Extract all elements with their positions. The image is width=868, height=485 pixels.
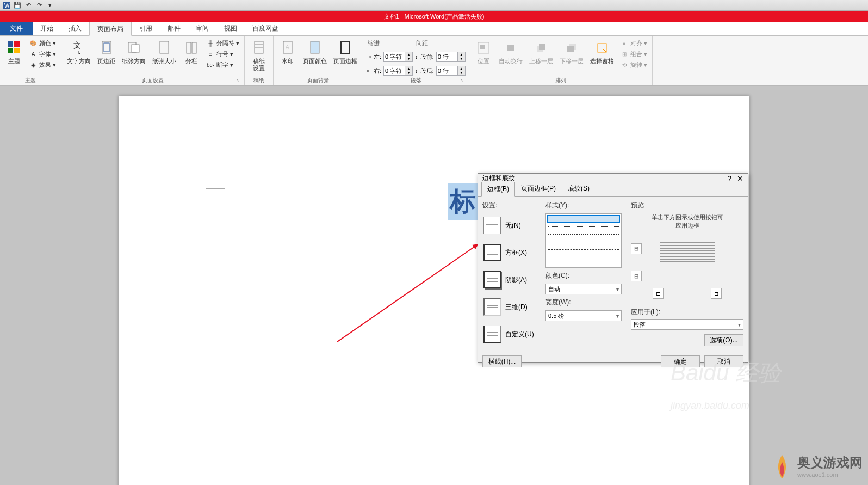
preview-paragraph[interactable] <box>660 241 715 284</box>
watermark-button[interactable]: A水印 <box>277 38 299 66</box>
line-style-dashdot[interactable] <box>547 253 620 261</box>
space-before-input[interactable]: 0 行▲▼ <box>436 52 466 62</box>
theme-colors-button[interactable]: 🎨颜色 ▾ <box>27 38 58 48</box>
space-after-input[interactable]: 0 行▲▼ <box>436 66 466 76</box>
line-style-dotted1[interactable] <box>547 223 620 230</box>
tab-insert[interactable]: 插入 <box>61 22 89 35</box>
wrap-text-button[interactable]: 自动换行 <box>497 38 525 66</box>
qat-customize-icon[interactable]: ▾ <box>46 1 54 10</box>
spin-up[interactable]: ▲ <box>405 52 412 57</box>
paragraph-launcher[interactable]: ⤡ <box>459 78 466 84</box>
setting-shadow[interactable]: 阴影(A) <box>482 268 542 292</box>
spin-up[interactable]: ▲ <box>457 52 465 57</box>
indent-label: 缩进 <box>367 39 413 47</box>
tab-references[interactable]: 引用 <box>132 22 160 35</box>
custom-icon <box>483 326 501 343</box>
page-borders-icon <box>337 39 354 57</box>
margins-icon <box>98 39 115 57</box>
width-combo[interactable]: 0.5 磅 <box>545 310 622 321</box>
columns-button[interactable]: 分栏 <box>181 38 202 66</box>
tab-review[interactable]: 审阅 <box>188 22 216 35</box>
send-backward-button[interactable]: 下移一层 <box>557 38 586 66</box>
setting-custom[interactable]: 自定义(U) <box>482 322 542 346</box>
indent-left-input[interactable]: 0 字符▲▼ <box>383 52 413 62</box>
orientation-button[interactable]: 纸张方向 <box>120 38 148 66</box>
spacing-label: 间距 <box>415 39 466 47</box>
group-manuscript: 稿纸 设置 稿纸 <box>245 36 274 85</box>
tab-mailings[interactable]: 邮件 <box>160 22 188 35</box>
group-paragraph: 缩进 ⇥左:0 字符▲▼ ⇤右:0 字符▲▼ 间距 ↕段前:0 行▲▼ ↕段后:… <box>363 36 469 85</box>
tab-home[interactable]: 开始 <box>33 22 61 35</box>
redo-icon[interactable]: ↷ <box>35 1 44 10</box>
dialog-tab-page-border[interactable]: 页面边框(P) <box>515 181 562 196</box>
spin-down[interactable]: ▼ <box>457 57 465 61</box>
hyphenation-button[interactable]: bc-断字 ▾ <box>204 60 241 70</box>
help-icon[interactable]: ? <box>727 174 731 183</box>
save-icon[interactable]: 💾 <box>13 1 22 10</box>
border-bottom-toggle[interactable]: ⊟ <box>631 271 642 281</box>
border-top-toggle[interactable]: ⊟ <box>631 243 642 254</box>
spin-down[interactable]: ▼ <box>405 71 412 75</box>
color-combo[interactable]: 自动 <box>545 284 622 294</box>
backward-icon <box>563 39 580 57</box>
theme-fonts-button[interactable]: A字体 ▾ <box>27 49 58 59</box>
tab-baidu[interactable]: 百度网盘 <box>245 22 286 35</box>
dialog-tab-shading[interactable]: 底纹(S) <box>562 181 596 196</box>
setting-box[interactable]: 方框(X) <box>482 241 542 265</box>
apply-to-combo[interactable]: 段落 <box>631 319 743 330</box>
spin-down[interactable]: ▼ <box>405 57 412 61</box>
page-color-button[interactable]: 页面颜色 <box>301 38 329 66</box>
line-style-solid[interactable] <box>547 215 620 223</box>
line-style-dashed1[interactable] <box>547 238 620 245</box>
spin-down[interactable]: ▼ <box>457 71 465 75</box>
rotate-button[interactable]: ⟲旋转 ▾ <box>618 60 649 70</box>
position-button[interactable]: 位置 <box>473 38 494 66</box>
spin-up[interactable]: ▲ <box>457 66 465 71</box>
text-direction-button[interactable]: 文文字方向 <box>65 38 93 66</box>
tab-view[interactable]: 视图 <box>216 22 245 35</box>
border-right-toggle[interactable]: ⊐ <box>711 288 722 299</box>
line-numbers-button[interactable]: ≡行号 ▾ <box>204 49 241 59</box>
horizontal-line-button[interactable]: 横线(H)... <box>482 355 522 367</box>
breaks-button[interactable]: ╫分隔符 ▾ <box>204 38 241 48</box>
group-page-setup: 文文字方向 页边距 纸张方向 纸张大小 分栏 ╫分隔符 ▾ ≡行号 ▾ bc-断… <box>61 36 245 85</box>
spin-up[interactable]: ▲ <box>405 66 412 71</box>
margins-button[interactable]: 页边距 <box>95 38 117 66</box>
manuscript-settings-button[interactable]: 稿纸 设置 <box>248 38 270 73</box>
page-setup-launcher[interactable]: ⤡ <box>234 78 241 84</box>
selected-text[interactable]: 标 <box>448 183 478 220</box>
bring-forward-button[interactable]: 上移一层 <box>527 38 555 66</box>
indent-left-icon: ⇥ <box>367 53 371 60</box>
file-tab[interactable]: 文件 <box>0 22 33 35</box>
setting-3d[interactable]: 三维(D) <box>482 295 542 319</box>
selection-pane-button[interactable]: 选择窗格 <box>588 38 616 66</box>
preview-hint: 单击下方图示或使用按钮可 应用边框 <box>631 213 743 230</box>
group-arrange: 位置 自动换行 上移一层 下移一层 选择窗格 ≡对齐 ▾ ⊞组合 ▾ ⟲旋转 ▾… <box>469 36 653 85</box>
document-title: 文档1 - Microsoft Word(产品激活失败) <box>384 13 485 21</box>
svg-text:文: 文 <box>73 41 81 50</box>
size-button[interactable]: 纸张大小 <box>150 38 178 66</box>
manuscript-icon <box>250 39 268 57</box>
tab-page-layout[interactable]: 页面布局 <box>89 22 132 36</box>
dialog-tabs: 边框(B) 页面边框(P) 底纹(S) <box>478 183 748 197</box>
dialog-tab-borders[interactable]: 边框(B) <box>481 182 515 197</box>
page-borders-button[interactable]: 页面边框 <box>331 38 359 66</box>
options-button[interactable]: 选项(O)... <box>704 334 743 346</box>
border-left-toggle[interactable]: ⊏ <box>653 288 664 299</box>
undo-icon[interactable]: ↶ <box>24 1 33 10</box>
align-button[interactable]: ≡对齐 ▾ <box>618 38 649 48</box>
colors-icon: 🎨 <box>29 39 38 47</box>
setting-none[interactable]: 无(N) <box>482 213 542 237</box>
themes-button[interactable]: 主题 <box>3 38 25 66</box>
style-list[interactable] <box>545 213 622 268</box>
settings-label: 设置: <box>482 201 542 210</box>
style-label: 样式(Y): <box>545 201 622 210</box>
shadow-icon <box>483 271 501 288</box>
line-style-dashed2[interactable] <box>547 245 620 253</box>
line-style-dotted2[interactable] <box>547 230 620 238</box>
close-icon[interactable]: ✕ <box>737 174 743 183</box>
theme-effects-button[interactable]: ◉效果 ▾ <box>27 60 58 70</box>
indent-right-input[interactable]: 0 字符▲▼ <box>383 66 413 76</box>
svg-rect-14 <box>255 41 263 53</box>
group-button[interactable]: ⊞组合 ▾ <box>618 49 649 59</box>
